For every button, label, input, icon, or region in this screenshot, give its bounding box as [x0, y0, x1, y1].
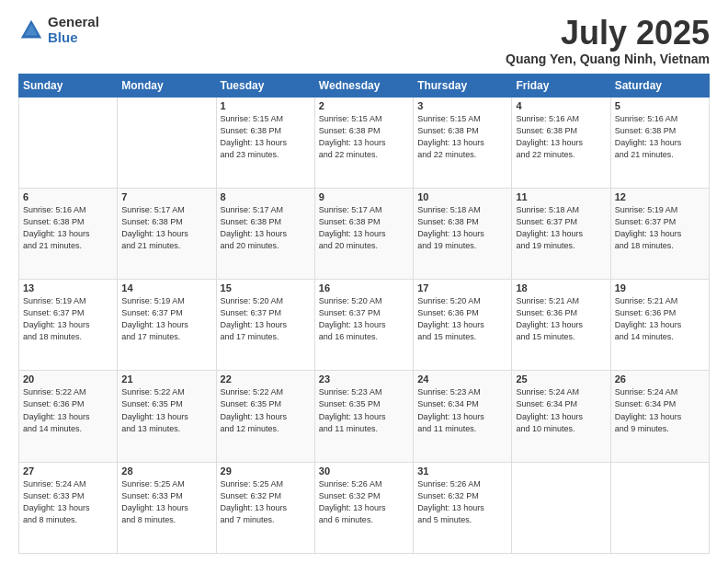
day-number: 18	[516, 282, 606, 293]
logo-general-text: General	[48, 15, 99, 30]
calendar-week-row: 20Sunrise: 5:22 AM Sunset: 6:36 PM Dayli…	[19, 371, 710, 462]
logo-blue-text: Blue	[48, 30, 99, 46]
col-thursday: Thursday	[414, 74, 512, 97]
table-row	[512, 462, 610, 553]
day-info: Sunrise: 5:17 AM Sunset: 6:38 PM Dayligh…	[121, 204, 211, 252]
calendar-week-row: 1Sunrise: 5:15 AM Sunset: 6:38 PM Daylig…	[19, 97, 710, 188]
table-row: 29Sunrise: 5:25 AM Sunset: 6:32 PM Dayli…	[216, 462, 314, 553]
table-row: 25Sunrise: 5:24 AM Sunset: 6:34 PM Dayli…	[512, 371, 610, 462]
table-row: 14Sunrise: 5:19 AM Sunset: 6:37 PM Dayli…	[118, 280, 216, 371]
page: General Blue July 2025 Quang Yen, Quang …	[0, 0, 728, 563]
day-number: 3	[417, 100, 507, 111]
day-number: 21	[121, 373, 211, 385]
day-number: 26	[615, 373, 705, 385]
day-number: 7	[121, 191, 211, 202]
day-info: Sunrise: 5:19 AM Sunset: 6:37 PM Dayligh…	[615, 204, 705, 252]
day-info: Sunrise: 5:17 AM Sunset: 6:38 PM Dayligh…	[221, 204, 311, 252]
table-row: 12Sunrise: 5:19 AM Sunset: 6:37 PM Dayli…	[610, 188, 709, 279]
day-info: Sunrise: 5:15 AM Sunset: 6:38 PM Dayligh…	[417, 113, 507, 161]
table-row: 7Sunrise: 5:17 AM Sunset: 6:38 PM Daylig…	[118, 188, 216, 279]
day-number: 15	[221, 282, 311, 293]
calendar-week-row: 13Sunrise: 5:19 AM Sunset: 6:37 PM Dayli…	[19, 280, 710, 371]
col-monday: Monday	[118, 74, 216, 97]
day-info: Sunrise: 5:19 AM Sunset: 6:37 PM Dayligh…	[23, 295, 113, 343]
day-number: 8	[221, 191, 311, 202]
logo: General Blue	[18, 15, 99, 45]
calendar-header-row: Sunday Monday Tuesday Wednesday Thursday…	[19, 74, 710, 97]
day-number: 17	[417, 282, 507, 293]
day-number: 1	[221, 100, 311, 111]
table-row: 31Sunrise: 5:26 AM Sunset: 6:32 PM Dayli…	[414, 462, 512, 553]
day-number: 25	[516, 373, 606, 385]
table-row: 1Sunrise: 5:15 AM Sunset: 6:38 PM Daylig…	[216, 97, 314, 188]
table-row: 10Sunrise: 5:18 AM Sunset: 6:38 PM Dayli…	[414, 188, 512, 279]
day-info: Sunrise: 5:19 AM Sunset: 6:37 PM Dayligh…	[121, 295, 211, 343]
day-info: Sunrise: 5:20 AM Sunset: 6:37 PM Dayligh…	[319, 295, 409, 343]
day-info: Sunrise: 5:26 AM Sunset: 6:32 PM Dayligh…	[417, 478, 507, 526]
calendar-week-row: 27Sunrise: 5:24 AM Sunset: 6:33 PM Dayli…	[19, 462, 710, 553]
location: Quang Yen, Quang Ninh, Vietnam	[506, 52, 710, 66]
day-number: 27	[23, 465, 113, 477]
header: General Blue July 2025 Quang Yen, Quang …	[18, 15, 710, 66]
table-row: 18Sunrise: 5:21 AM Sunset: 6:36 PM Dayli…	[512, 280, 610, 371]
table-row: 21Sunrise: 5:22 AM Sunset: 6:35 PM Dayli…	[118, 371, 216, 462]
day-number: 9	[319, 191, 409, 202]
table-row: 8Sunrise: 5:17 AM Sunset: 6:38 PM Daylig…	[216, 188, 314, 279]
title-block: July 2025 Quang Yen, Quang Ninh, Vietnam	[506, 15, 710, 66]
day-info: Sunrise: 5:15 AM Sunset: 6:38 PM Dayligh…	[221, 113, 311, 161]
day-number: 4	[516, 100, 606, 111]
day-number: 2	[319, 100, 409, 111]
table-row: 23Sunrise: 5:23 AM Sunset: 6:35 PM Dayli…	[314, 371, 413, 462]
day-info: Sunrise: 5:22 AM Sunset: 6:36 PM Dayligh…	[23, 386, 113, 434]
table-row: 19Sunrise: 5:21 AM Sunset: 6:36 PM Dayli…	[610, 280, 709, 371]
table-row: 20Sunrise: 5:22 AM Sunset: 6:36 PM Dayli…	[19, 371, 118, 462]
day-number: 29	[221, 465, 311, 477]
day-info: Sunrise: 5:18 AM Sunset: 6:38 PM Dayligh…	[417, 204, 507, 252]
day-number: 19	[615, 282, 705, 293]
day-number: 16	[319, 282, 409, 293]
table-row	[118, 97, 216, 188]
day-info: Sunrise: 5:24 AM Sunset: 6:33 PM Dayligh…	[23, 478, 113, 526]
day-info: Sunrise: 5:20 AM Sunset: 6:36 PM Dayligh…	[417, 295, 507, 343]
table-row: 2Sunrise: 5:15 AM Sunset: 6:38 PM Daylig…	[314, 97, 413, 188]
day-info: Sunrise: 5:21 AM Sunset: 6:36 PM Dayligh…	[615, 295, 705, 343]
day-number: 28	[121, 465, 211, 477]
day-number: 23	[319, 373, 409, 385]
day-info: Sunrise: 5:16 AM Sunset: 6:38 PM Dayligh…	[516, 113, 606, 161]
day-info: Sunrise: 5:24 AM Sunset: 6:34 PM Dayligh…	[615, 386, 705, 434]
month-year: July 2025	[506, 15, 710, 52]
table-row: 5Sunrise: 5:16 AM Sunset: 6:38 PM Daylig…	[610, 97, 709, 188]
day-info: Sunrise: 5:25 AM Sunset: 6:33 PM Dayligh…	[121, 478, 211, 526]
day-info: Sunrise: 5:18 AM Sunset: 6:37 PM Dayligh…	[516, 204, 606, 252]
day-number: 31	[417, 465, 507, 477]
logo-icon	[18, 17, 44, 43]
day-info: Sunrise: 5:17 AM Sunset: 6:38 PM Dayligh…	[319, 204, 409, 252]
day-number: 10	[417, 191, 507, 202]
calendar-week-row: 6Sunrise: 5:16 AM Sunset: 6:38 PM Daylig…	[19, 188, 710, 279]
table-row	[19, 97, 118, 188]
day-info: Sunrise: 5:23 AM Sunset: 6:34 PM Dayligh…	[417, 386, 507, 434]
table-row: 9Sunrise: 5:17 AM Sunset: 6:38 PM Daylig…	[314, 188, 413, 279]
day-number: 22	[221, 373, 311, 385]
day-info: Sunrise: 5:16 AM Sunset: 6:38 PM Dayligh…	[615, 113, 705, 161]
table-row: 24Sunrise: 5:23 AM Sunset: 6:34 PM Dayli…	[414, 371, 512, 462]
day-info: Sunrise: 5:21 AM Sunset: 6:36 PM Dayligh…	[516, 295, 606, 343]
col-tuesday: Tuesday	[216, 74, 314, 97]
table-row: 27Sunrise: 5:24 AM Sunset: 6:33 PM Dayli…	[19, 462, 118, 553]
day-number: 13	[23, 282, 113, 293]
logo-text: General Blue	[48, 15, 99, 45]
table-row: 16Sunrise: 5:20 AM Sunset: 6:37 PM Dayli…	[314, 280, 413, 371]
col-friday: Friday	[512, 74, 610, 97]
day-number: 30	[319, 465, 409, 477]
table-row: 30Sunrise: 5:26 AM Sunset: 6:32 PM Dayli…	[314, 462, 413, 553]
table-row: 22Sunrise: 5:22 AM Sunset: 6:35 PM Dayli…	[216, 371, 314, 462]
day-info: Sunrise: 5:26 AM Sunset: 6:32 PM Dayligh…	[319, 478, 409, 526]
calendar-table: Sunday Monday Tuesday Wednesday Thursday…	[18, 74, 710, 554]
day-info: Sunrise: 5:22 AM Sunset: 6:35 PM Dayligh…	[121, 386, 211, 434]
table-row: 3Sunrise: 5:15 AM Sunset: 6:38 PM Daylig…	[414, 97, 512, 188]
day-number: 11	[516, 191, 606, 202]
day-info: Sunrise: 5:24 AM Sunset: 6:34 PM Dayligh…	[516, 386, 606, 434]
table-row: 6Sunrise: 5:16 AM Sunset: 6:38 PM Daylig…	[19, 188, 118, 279]
day-info: Sunrise: 5:20 AM Sunset: 6:37 PM Dayligh…	[221, 295, 311, 343]
day-info: Sunrise: 5:23 AM Sunset: 6:35 PM Dayligh…	[319, 386, 409, 434]
